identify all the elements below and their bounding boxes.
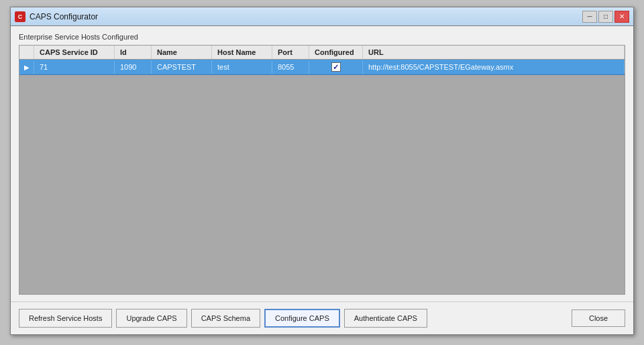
authenticate-caps-button[interactable]: Authenticate CAPS (344, 309, 427, 328)
close-button[interactable]: Close (572, 309, 625, 327)
col-header-port: Port (272, 46, 309, 59)
main-window: C CAPS Configurator ─ □ ✕ Enterprise Ser… (10, 7, 634, 335)
cell-port: 8055 (272, 60, 309, 74)
cell-id: 1090 (115, 60, 152, 74)
section-label: Enterprise Service Hosts Configured (19, 33, 625, 41)
col-header-indicator (19, 46, 34, 59)
cell-caps-service-id: 71 (34, 60, 115, 74)
grid-header: CAPS Service ID Id Name Host Name Port C… (19, 46, 625, 60)
title-bar-left: C CAPS Configurator (15, 11, 98, 22)
close-window-button[interactable]: ✕ (614, 11, 629, 23)
configured-checkbox: ✓ (331, 62, 341, 72)
row-indicator: ▶ (19, 61, 34, 74)
content-area: Enterprise Service Hosts Configured CAPS… (11, 26, 633, 301)
app-icon: C (15, 11, 25, 22)
window-title: CAPS Configurator (30, 12, 98, 21)
footer: Refresh Service Hosts Upgrade CAPS CAPS … (11, 301, 633, 334)
col-header-configured: Configured (309, 46, 363, 59)
cell-name: CAPSTEST (152, 60, 212, 74)
col-header-hostname: Host Name (212, 46, 272, 59)
col-header-url: URL (363, 46, 625, 59)
col-header-id: Id (115, 46, 152, 59)
title-bar: C CAPS Configurator ─ □ ✕ (11, 7, 633, 26)
refresh-service-hosts-button[interactable]: Refresh Service Hosts (19, 309, 112, 328)
caps-schema-button[interactable]: CAPS Schema (191, 309, 260, 328)
upgrade-caps-button[interactable]: Upgrade CAPS (116, 309, 186, 328)
table-row[interactable]: ▶ 71 1090 CAPSTEST test 8055 ✓ http://te… (19, 60, 625, 75)
configure-caps-button[interactable]: Configure CAPS (264, 309, 340, 328)
maximize-button[interactable]: □ (598, 11, 613, 23)
cell-hostname: test (212, 60, 272, 74)
minimize-button[interactable]: ─ (582, 11, 597, 23)
col-header-caps-service-id: CAPS Service ID (34, 46, 115, 59)
grid-body: ▶ 71 1090 CAPSTEST test 8055 ✓ http://te… (19, 60, 625, 294)
title-bar-controls: ─ □ ✕ (582, 11, 629, 23)
footer-left-buttons: Refresh Service Hosts Upgrade CAPS CAPS … (19, 309, 427, 328)
data-grid: CAPS Service ID Id Name Host Name Port C… (19, 45, 625, 295)
col-header-name: Name (152, 46, 212, 59)
cell-configured: ✓ (309, 60, 363, 74)
cell-url: http://test:8055/CAPSTEST/EGateway.asmx (363, 60, 625, 74)
